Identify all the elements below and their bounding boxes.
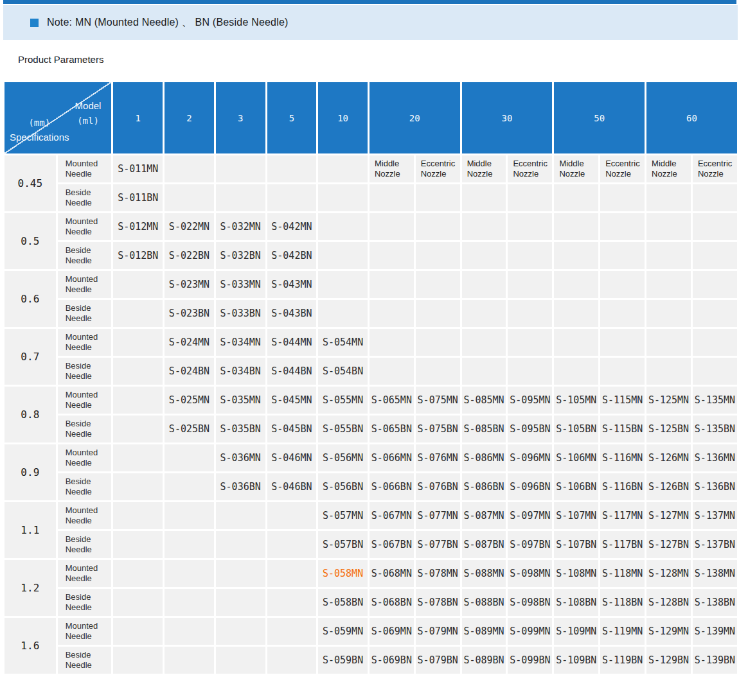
empty-cell xyxy=(508,242,552,269)
empty-cell xyxy=(318,155,368,182)
empty-cell xyxy=(165,444,214,471)
model-cell: S-109BN xyxy=(554,647,598,674)
spec-cell: 0.8 xyxy=(4,387,56,442)
model-cell: S-089BN xyxy=(462,647,506,674)
model-cell: S-115BN xyxy=(600,416,645,442)
model-cell: S-108BN xyxy=(554,589,598,616)
empty-cell xyxy=(462,329,506,356)
empty-cell xyxy=(462,242,506,269)
model-cell: S-056BN xyxy=(318,473,368,500)
model-cell: S-076BN xyxy=(416,473,460,500)
empty-cell xyxy=(600,358,645,385)
model-cell: S-069BN xyxy=(370,647,414,674)
empty-cell xyxy=(267,502,317,529)
needle-type-cell: Mounted Needle xyxy=(58,387,112,414)
page: Note: MN (Mounted Needle) 、 BN (Beside N… xyxy=(0,0,739,700)
model-cell: S-139MN xyxy=(693,618,737,645)
model-cell: S-042BN xyxy=(267,242,317,269)
model-cell: S-095MN xyxy=(508,387,552,414)
model-cell: S-022BN xyxy=(165,242,214,269)
model-cell: S-109MN xyxy=(554,618,598,645)
model-cell: S-106BN xyxy=(554,473,598,500)
empty-cell xyxy=(165,531,214,558)
model-cell: S-045MN xyxy=(267,387,317,414)
table-row: Beside NeedleS-023BNS-033BNS-043BN xyxy=(4,300,737,327)
needle-type-cell: Beside Needle xyxy=(58,473,112,500)
empty-cell xyxy=(113,473,163,500)
table-row: Beside NeedleS-012BNS-022BNS-032BNS-042B… xyxy=(4,242,737,269)
volume-column-header: 10 xyxy=(318,82,368,153)
empty-cell xyxy=(370,242,414,269)
model-cell: S-138MN xyxy=(693,560,737,587)
empty-cell xyxy=(216,531,265,558)
model-cell: S-108MN xyxy=(554,560,598,587)
section-title: Product Parameters xyxy=(18,54,103,65)
model-cell: S-077BN xyxy=(416,531,460,558)
model-cell: S-097MN xyxy=(508,502,552,529)
spec-cell: 1.2 xyxy=(4,560,56,616)
empty-cell xyxy=(216,618,265,645)
model-cell: S-075MN xyxy=(416,387,460,414)
empty-cell xyxy=(318,184,368,211)
table-row: Beside NeedleS-011BN xyxy=(4,184,737,211)
nozzle-type-header-cell: Eccentric Nozzle xyxy=(693,155,737,182)
empty-cell xyxy=(646,242,691,269)
empty-cell xyxy=(216,589,265,616)
table-row: Beside NeedleS-058BNS-068BNS-078BNS-088B… xyxy=(4,589,737,616)
model-cell: S-046BN xyxy=(267,473,317,500)
model-cell: S-115MN xyxy=(600,387,645,414)
needle-type-cell: Mounted Needle xyxy=(58,444,112,471)
empty-cell xyxy=(216,155,265,182)
empty-cell xyxy=(462,184,506,211)
empty-cell xyxy=(318,242,368,269)
spec-cell: 0.7 xyxy=(4,329,56,385)
model-cell: S-127MN xyxy=(646,502,691,529)
model-cell: S-035MN xyxy=(216,387,265,414)
table-row: 1.2Mounted NeedleS-058MNS-068MNS-078MNS-… xyxy=(4,560,737,587)
empty-cell xyxy=(113,618,163,645)
table-row: 1.6Mounted NeedleS-059MNS-069MNS-079MNS-… xyxy=(4,618,737,645)
needle-type-cell: Mounted Needle xyxy=(58,329,112,356)
empty-cell xyxy=(370,184,414,211)
empty-cell xyxy=(113,531,163,558)
model-cell: S-044MN xyxy=(267,329,317,356)
table-row: Beside NeedleS-059BNS-069BNS-079BNS-089B… xyxy=(4,647,737,674)
model-cell: S-136MN xyxy=(693,444,737,471)
empty-cell xyxy=(646,300,691,327)
model-cell: S-098BN xyxy=(508,589,552,616)
note-bar: Note: MN (Mounted Needle) 、 BN (Beside N… xyxy=(3,5,738,40)
note-text: Note: MN (Mounted Needle) 、 BN (Beside N… xyxy=(47,16,289,30)
model-cell: S-126MN xyxy=(646,444,691,471)
empty-cell xyxy=(370,271,414,298)
empty-cell xyxy=(113,300,163,327)
nozzle-type-header-cell: Eccentric Nozzle xyxy=(416,155,460,182)
nozzle-type-header-cell: Middle Nozzle xyxy=(554,155,598,182)
empty-cell xyxy=(416,184,460,211)
model-cell: S-036MN xyxy=(216,444,265,471)
corner-header-cell: Model (ml) (mm) Specifications xyxy=(4,82,111,153)
model-cell: S-127BN xyxy=(646,531,691,558)
model-cell: S-126BN xyxy=(646,473,691,500)
empty-cell xyxy=(165,618,214,645)
model-cell: S-135MN xyxy=(693,387,737,414)
empty-cell xyxy=(318,213,368,240)
model-cell: S-035BN xyxy=(216,416,265,442)
model-cell: S-086MN xyxy=(462,444,506,471)
model-cell: S-043BN xyxy=(267,300,317,327)
model-cell: S-023BN xyxy=(165,300,214,327)
spec-cell: 1.1 xyxy=(4,502,56,558)
empty-cell xyxy=(165,589,214,616)
model-cell: S-025BN xyxy=(165,416,214,442)
model-cell: S-135BN xyxy=(693,416,737,442)
model-cell: S-025MN xyxy=(165,387,214,414)
needle-type-cell: Beside Needle xyxy=(58,416,112,442)
product-parameters-table-wrap: Model (ml) (mm) Specifications 1 2 3 5 1… xyxy=(3,80,739,676)
empty-cell xyxy=(113,416,163,442)
model-cell: S-087MN xyxy=(462,502,506,529)
product-parameters-table: Model (ml) (mm) Specifications 1 2 3 5 1… xyxy=(3,80,739,676)
volume-column-header: 3 xyxy=(216,82,265,153)
empty-cell xyxy=(318,300,368,327)
model-cell: S-055MN xyxy=(318,387,368,414)
model-cell: S-085MN xyxy=(462,387,506,414)
volume-column-header: 2 xyxy=(165,82,214,153)
